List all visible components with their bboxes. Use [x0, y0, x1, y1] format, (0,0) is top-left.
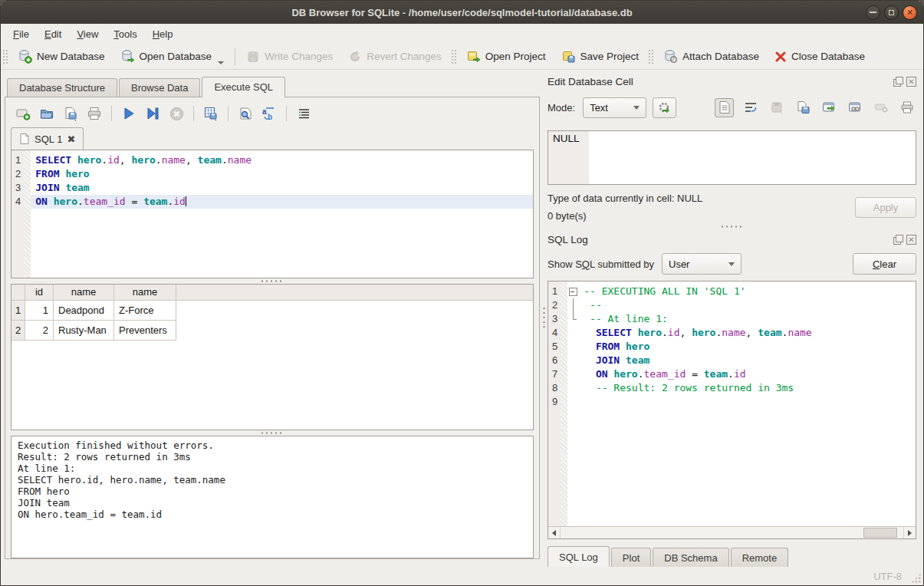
log-line: -- [579, 298, 916, 312]
link-cell-icon[interactable] [845, 98, 864, 117]
menu-file[interactable]: File [5, 25, 37, 43]
toolbar-grip[interactable] [648, 49, 654, 64]
print-cell-icon[interactable] [897, 98, 916, 117]
open-project-button[interactable]: Open Project [459, 45, 554, 68]
tab-sql-log[interactable]: SQL Log [547, 546, 610, 567]
sql-log-area[interactable]: 123456789 -- EXECUTING ALL IN 'SQL 1' --… [547, 281, 916, 539]
new-sql-tab-icon[interactable] [15, 105, 31, 122]
scroll-right-arrow[interactable] [903, 527, 916, 538]
encoding-indicator[interactable]: UTF-8 [873, 571, 902, 582]
toolbar-grip[interactable] [451, 49, 457, 64]
results-col-name2[interactable]: name [114, 285, 176, 300]
menubar: File Edit View Tools Help [1, 24, 923, 44]
tab-execute-sql[interactable]: Execute SQL [202, 77, 285, 97]
tab-database-structure[interactable]: Database Structure [7, 78, 117, 97]
log-line [579, 395, 916, 409]
clear-log-button[interactable]: Clear [853, 253, 916, 275]
find-icon[interactable] [237, 105, 254, 122]
log-code[interactable]: -- EXECUTING ALL IN 'SQL 1' -- -- At lin… [579, 281, 916, 526]
sql-code-line[interactable]: SELECT hero.id, hero.name, team.name [31, 153, 533, 167]
sql-code-line[interactable]: ON hero.team_id = team.id [31, 195, 533, 209]
execute-all-icon[interactable] [120, 105, 137, 122]
word-wrap-icon[interactable] [741, 98, 760, 117]
sql-code-line[interactable]: FROM hero [31, 167, 533, 181]
new-database-button[interactable]: New Database [10, 45, 113, 68]
mode-select[interactable]: Text [583, 97, 646, 118]
toolbar-grip[interactable] [2, 49, 8, 64]
log-horizontal-scrollbar[interactable] [548, 526, 916, 538]
export-data-icon[interactable] [793, 98, 812, 117]
left-pane: Database Structure Browse Data Execute S… [1, 70, 540, 567]
write-changes-button: Write Changes [238, 45, 340, 68]
find-replace-icon[interactable]: ab [261, 105, 278, 122]
text-mode-icon[interactable] [715, 98, 734, 117]
fold-marker-icon[interactable] [567, 285, 579, 298]
text-cursor [186, 196, 186, 206]
open-database-button[interactable]: Open Database [113, 45, 232, 68]
splitter-results-log[interactable] [5, 430, 539, 436]
close-panel-icon[interactable]: ✕ [906, 77, 916, 87]
execute-current-line-icon[interactable] [144, 105, 161, 122]
scroll-left-arrow[interactable] [548, 527, 561, 538]
sql-code-line[interactable]: JOIN team [31, 181, 533, 195]
resize-grip[interactable] [911, 573, 921, 583]
splitter-cell-log[interactable] [547, 222, 916, 231]
sql-editor[interactable]: 1234 SELECT hero.id, hero.name, team.nam… [11, 150, 534, 278]
close-log-panel-icon[interactable]: ✕ [906, 235, 916, 245]
open-database-dropdown-arrow[interactable] [218, 61, 224, 64]
results-col-id[interactable]: id [25, 285, 54, 300]
results-col-name1[interactable]: name [54, 285, 114, 300]
tab-remote[interactable]: Remote [731, 548, 789, 567]
close-database-button[interactable]: Close Database [767, 45, 873, 68]
menu-edit[interactable]: Edit [37, 25, 69, 43]
splitter-main-vertical[interactable] [540, 70, 547, 567]
menu-help[interactable]: Help [145, 25, 181, 43]
tab-browse-data[interactable]: Browse Data [119, 78, 200, 97]
revert-changes-button: Revert Changes [340, 45, 449, 68]
tab-db-schema[interactable]: DB Schema [653, 548, 728, 567]
open-database-icon [120, 49, 135, 64]
table-row[interactable]: 11DeadpondZ-Force [12, 301, 533, 321]
sql-log-controls: Show SQL submitted by User Clear [547, 253, 916, 275]
editor-code[interactable]: SELECT hero.id, hero.name, team.nameFROM… [31, 150, 533, 278]
open-in-external-icon[interactable] [819, 98, 838, 117]
scrollbar-track[interactable] [561, 527, 903, 538]
undock-panel-icon[interactable] [893, 77, 903, 87]
statusbar: UTF-8 [1, 567, 923, 585]
splitter-editor-results[interactable] [5, 278, 539, 284]
log-line: FROM hero [579, 340, 916, 354]
sql1-tab[interactable]: SQL 1 ✖ [11, 127, 84, 150]
main-toolbar: New Database Open Database Write Changes… [1, 44, 923, 70]
window-title: DB Browser for SQLite - /home/user/code/… [1, 7, 923, 18]
bottom-tab-bar: SQL Log Plot DB Schema Remote [547, 546, 916, 567]
close-button[interactable]: ✕ [903, 5, 917, 20]
format-sql-icon[interactable] [295, 105, 312, 122]
main-tab-bar: Database Structure Browse Data Execute S… [7, 77, 540, 97]
minimize-button[interactable] [866, 5, 880, 20]
tab-plot[interactable]: Plot [611, 548, 651, 567]
save-project-button[interactable]: Save Project [554, 45, 647, 68]
attach-database-icon [663, 49, 678, 64]
write-changes-icon [246, 50, 260, 64]
auto-switch-mode-button[interactable] [653, 97, 676, 118]
execution-message-area[interactable]: Execution finished without errors. Resul… [11, 436, 534, 558]
log-line-numbers: 123456789 [548, 281, 561, 526]
maximize-button[interactable] [884, 5, 899, 20]
submitted-by-select[interactable]: User [662, 253, 742, 275]
log-line: JOIN team [579, 354, 916, 367]
attach-database-button[interactable]: Attach Database [656, 45, 767, 68]
table-row[interactable]: 22Rusty-ManPreventers [12, 321, 533, 341]
log-line: SELECT hero.id, hero.name, team.name [579, 326, 916, 340]
save-sql-file-icon[interactable] [62, 105, 79, 122]
save-results-icon[interactable] [202, 105, 219, 122]
close-tab-icon[interactable]: ✖ [67, 133, 75, 145]
undock-log-panel-icon[interactable] [893, 235, 903, 245]
cell-value-editor[interactable]: NULL [547, 130, 916, 185]
open-sql-file-icon[interactable] [38, 105, 55, 122]
print-icon[interactable] [86, 105, 103, 122]
results-grid[interactable]: id name name 11DeadpondZ-Force22Rusty-Ma… [11, 284, 534, 430]
scrollbar-thumb[interactable] [863, 528, 897, 538]
menu-view[interactable]: View [69, 25, 106, 43]
log-fold-margin[interactable] [567, 281, 579, 526]
menu-tools[interactable]: Tools [106, 25, 144, 43]
